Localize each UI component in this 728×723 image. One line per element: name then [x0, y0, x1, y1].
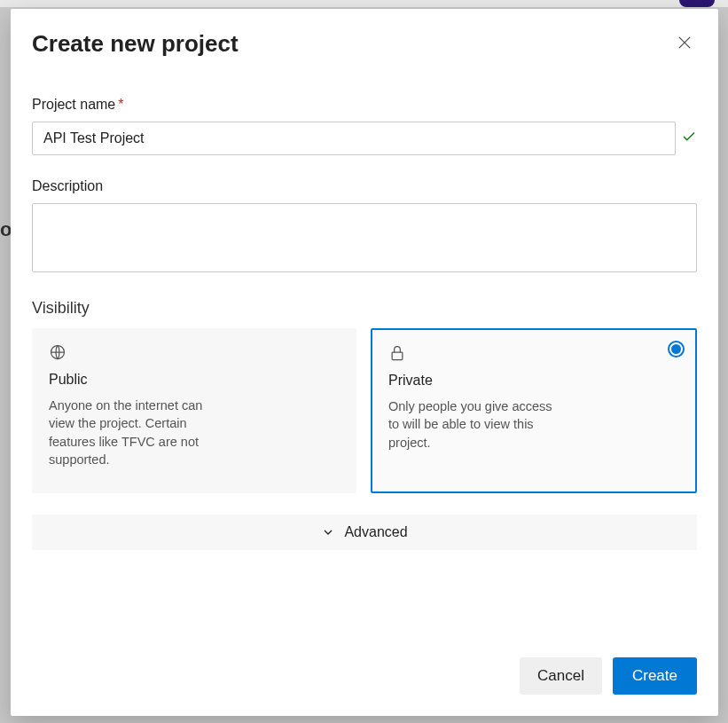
visibility-option-public[interactable]: Public Anyone on the internet can view t…	[32, 328, 356, 493]
radio-indicator-selected	[668, 341, 685, 358]
description-field-group: Description	[32, 178, 697, 276]
project-name-label: Project name*	[32, 97, 697, 113]
project-name-label-text: Project name	[32, 97, 115, 112]
description-label: Description	[32, 178, 697, 194]
checkmark-icon	[681, 129, 697, 148]
visibility-option-private[interactable]: Private Only people you give access to w…	[371, 328, 697, 493]
chevron-down-icon	[321, 525, 335, 539]
project-name-field-group: Project name*	[32, 97, 697, 155]
advanced-label: Advanced	[344, 524, 407, 540]
visibility-options: Public Anyone on the internet can view t…	[32, 328, 697, 493]
visibility-private-description: Only people you give access to will be a…	[388, 397, 566, 452]
cancel-button[interactable]: Cancel	[520, 657, 602, 695]
create-button[interactable]: Create	[613, 657, 697, 695]
description-input[interactable]	[32, 203, 697, 272]
visibility-private-title: Private	[388, 373, 679, 389]
close-icon	[677, 35, 693, 51]
visibility-label: Visibility	[32, 299, 697, 318]
dialog-footer: Cancel Create	[32, 657, 697, 695]
dialog-header: Create new project	[32, 30, 697, 58]
close-button[interactable]	[670, 28, 699, 57]
visibility-public-title: Public	[49, 372, 340, 388]
globe-icon	[49, 343, 340, 363]
backdrop-avatar	[679, 0, 715, 7]
dialog-title: Create new project	[32, 30, 239, 58]
create-project-dialog: Create new project Project name* Descrip…	[11, 9, 718, 716]
advanced-toggle[interactable]: Advanced	[32, 515, 697, 550]
backdrop-top-bar	[0, 0, 728, 7]
svg-rect-1	[392, 352, 403, 359]
lock-icon	[388, 344, 679, 364]
visibility-public-description: Anyone on the internet can view the proj…	[49, 397, 226, 468]
project-name-input[interactable]	[32, 122, 676, 155]
required-asterisk: *	[118, 97, 123, 112]
